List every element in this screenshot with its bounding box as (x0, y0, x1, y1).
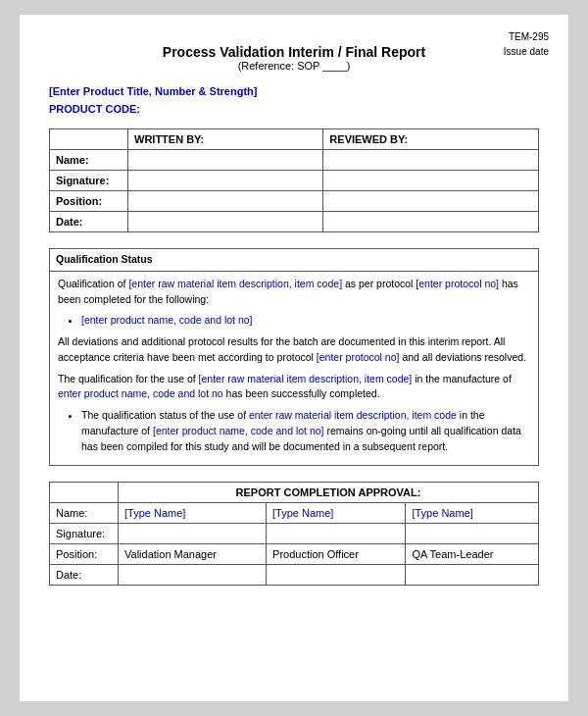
written-sig-value (128, 171, 323, 191)
approval-header: REPORT COMPLETION APPROVAL: (119, 483, 539, 503)
reviewed-sig-value (323, 171, 539, 191)
position-label: Position: (50, 191, 128, 212)
approval-table: REPORT COMPLETION APPROVAL: Name: [Type … (49, 482, 539, 586)
approval-name-3: [Type Name] (406, 503, 539, 524)
qual-p2-link: [enter protocol no] (317, 351, 400, 363)
qual-p3-suffix: has been successfully completed. (223, 387, 380, 399)
approval-sig-label: Signature: (50, 524, 119, 544)
qual-bullet1: [enter product name, code and lot no] (81, 313, 530, 329)
doc-number: TEM-295 (504, 29, 549, 44)
approval-pos-row: Position: Validation Manager Production … (50, 544, 539, 565)
doc-title: Process Validation Interim / Final Repor… (49, 44, 539, 72)
qual-p3-link2: enter product name, code and lot no (58, 387, 223, 399)
qual-b2-link1: enter raw material item description, ite… (249, 409, 457, 421)
qualification-title: Qualification Status (50, 249, 538, 272)
qual-p3-mid: in the manufacture of (412, 373, 512, 384)
qualification-section: Qualification Status Qualification of [e… (49, 248, 539, 466)
reference: (Reference: SOP ____) (49, 60, 539, 72)
reviewed-by-header: REVIEWED BY: (323, 129, 539, 150)
doc-info: TEM-295 Issue date (504, 29, 549, 59)
approval-date-row: Date: (50, 565, 539, 586)
reviewed-date-value (323, 212, 539, 232)
written-date-value (128, 212, 323, 232)
qual-b2-prefix: The qualification status of the use of (81, 409, 249, 421)
product-title: [Enter Product Title, Number & Strength] (49, 85, 539, 97)
approval-name-label: Name: (50, 503, 119, 524)
approval-sig-3 (406, 524, 539, 544)
qual-bullet-list: [enter product name, code and lot no] (81, 313, 530, 329)
qual-p1-link2: [enter protocol no] (416, 278, 499, 289)
written-by-header: WRITTEN BY: (128, 129, 323, 150)
approval-name-1: [Type Name] (119, 503, 267, 524)
approval-sig-1 (119, 524, 267, 544)
written-reviewed-table: WRITTEN BY: REVIEWED BY: Name: Signature… (49, 128, 539, 232)
qual-para3: The qualification for the use of [enter … (58, 372, 530, 403)
table-row: Signature: (50, 171, 539, 191)
date-label: Date: (50, 212, 128, 232)
table-row: Date: (50, 212, 539, 232)
qual-p3-prefix: The qualification for the use of (58, 373, 199, 384)
approval-sig-2 (267, 524, 406, 544)
written-pos-value (128, 191, 323, 212)
approval-sig-row: Signature: (50, 524, 539, 544)
approval-name-2: [Type Name] (267, 503, 406, 524)
written-name-value (128, 150, 323, 171)
approval-date-3 (406, 565, 539, 586)
page: TEM-295 Issue date Process Validation In… (20, 15, 568, 701)
approval-header-row: REPORT COMPLETION APPROVAL: (50, 483, 539, 503)
approval-date-label: Date: (50, 565, 119, 586)
approval-pos-1: Validation Manager (119, 544, 267, 565)
name-label: Name: (50, 150, 128, 171)
product-code: PRODUCT CODE: (49, 103, 539, 115)
approval-pos-2: Production Officer (267, 544, 406, 565)
qual-b2-link2: [enter product name, code and lot no] (153, 425, 324, 436)
col-empty-header (50, 129, 128, 150)
doc-issue-date: Issue date (504, 44, 549, 59)
qual-para1: Qualification of [enter raw material ite… (58, 277, 530, 308)
approval-date-2 (267, 565, 406, 586)
qual-bullet2: The qualification status of the use of e… (81, 408, 530, 454)
main-title: Process Validation Interim / Final Repor… (49, 44, 539, 60)
qualification-body: Qualification of [enter raw material ite… (50, 272, 538, 466)
approval-name-row: Name: [Type Name] [Type Name] [Type Name… (50, 503, 539, 524)
qual-bullet-list2: The qualification status of the use of e… (81, 408, 530, 454)
table-row: Position: (50, 191, 539, 212)
qual-p3-link1: [enter raw material item description, it… (199, 373, 413, 384)
qual-p1-link1: [enter raw material item description, it… (128, 278, 342, 289)
qual-bullet1-text: [enter product name, code and lot no] (81, 314, 253, 326)
qual-p1-prefix: Qualification of (58, 278, 128, 289)
signature-label: Signature: (50, 171, 128, 191)
approval-pos-3: QA Team-Leader (406, 544, 539, 565)
qual-p2-suffix: and all deviations resolved. (399, 351, 526, 363)
qual-p1-mid: as per protocol (342, 278, 416, 289)
approval-label-empty (50, 483, 119, 503)
reviewed-name-value (323, 150, 539, 171)
table-row: Name: (50, 150, 539, 171)
approval-pos-label: Position: (50, 544, 119, 565)
approval-date-1 (119, 565, 267, 586)
qual-para2: All deviations and additional protocol r… (58, 334, 530, 366)
reviewed-pos-value (323, 191, 539, 212)
